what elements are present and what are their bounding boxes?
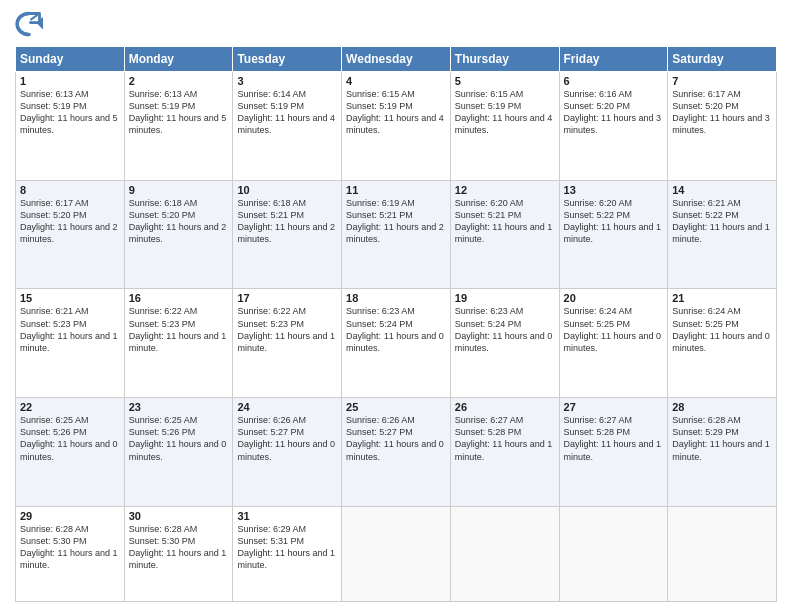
- day-number: 29: [20, 510, 120, 522]
- day-number: 4: [346, 75, 446, 87]
- day-info: Sunrise: 6:19 AM Sunset: 5:21 PM Dayligh…: [346, 197, 446, 246]
- day-info: Sunrise: 6:22 AM Sunset: 5:23 PM Dayligh…: [129, 305, 229, 354]
- day-info: Sunrise: 6:20 AM Sunset: 5:21 PM Dayligh…: [455, 197, 555, 246]
- day-number: 23: [129, 401, 229, 413]
- calendar-cell: 24 Sunrise: 6:26 AM Sunset: 5:27 PM Dayl…: [233, 398, 342, 507]
- day-number: 12: [455, 184, 555, 196]
- day-info: Sunrise: 6:17 AM Sunset: 5:20 PM Dayligh…: [20, 197, 120, 246]
- calendar-cell: 27 Sunrise: 6:27 AM Sunset: 5:28 PM Dayl…: [559, 398, 668, 507]
- calendar-header-friday: Friday: [559, 47, 668, 72]
- calendar-cell: 26 Sunrise: 6:27 AM Sunset: 5:28 PM Dayl…: [450, 398, 559, 507]
- day-number: 21: [672, 292, 772, 304]
- day-info: Sunrise: 6:24 AM Sunset: 5:25 PM Dayligh…: [564, 305, 664, 354]
- calendar-cell: 1 Sunrise: 6:13 AM Sunset: 5:19 PM Dayli…: [16, 72, 125, 181]
- calendar-cell: 20 Sunrise: 6:24 AM Sunset: 5:25 PM Dayl…: [559, 289, 668, 398]
- calendar-cell: 7 Sunrise: 6:17 AM Sunset: 5:20 PM Dayli…: [668, 72, 777, 181]
- day-info: Sunrise: 6:21 AM Sunset: 5:23 PM Dayligh…: [20, 305, 120, 354]
- day-info: Sunrise: 6:27 AM Sunset: 5:28 PM Dayligh…: [564, 414, 664, 463]
- calendar-table: SundayMondayTuesdayWednesdayThursdayFrid…: [15, 46, 777, 602]
- day-info: Sunrise: 6:28 AM Sunset: 5:29 PM Dayligh…: [672, 414, 772, 463]
- calendar-week-3: 15 Sunrise: 6:21 AM Sunset: 5:23 PM Dayl…: [16, 289, 777, 398]
- calendar-week-2: 8 Sunrise: 6:17 AM Sunset: 5:20 PM Dayli…: [16, 180, 777, 289]
- day-info: Sunrise: 6:24 AM Sunset: 5:25 PM Dayligh…: [672, 305, 772, 354]
- day-number: 8: [20, 184, 120, 196]
- calendar-cell: 6 Sunrise: 6:16 AM Sunset: 5:20 PM Dayli…: [559, 72, 668, 181]
- day-info: Sunrise: 6:14 AM Sunset: 5:19 PM Dayligh…: [237, 88, 337, 137]
- day-info: Sunrise: 6:25 AM Sunset: 5:26 PM Dayligh…: [20, 414, 120, 463]
- calendar-cell: [450, 506, 559, 601]
- day-number: 24: [237, 401, 337, 413]
- day-number: 28: [672, 401, 772, 413]
- logo-icon: [15, 10, 43, 38]
- day-info: Sunrise: 6:23 AM Sunset: 5:24 PM Dayligh…: [346, 305, 446, 354]
- day-number: 11: [346, 184, 446, 196]
- day-number: 26: [455, 401, 555, 413]
- calendar-cell: 14 Sunrise: 6:21 AM Sunset: 5:22 PM Dayl…: [668, 180, 777, 289]
- logo: [15, 10, 47, 38]
- day-info: Sunrise: 6:27 AM Sunset: 5:28 PM Dayligh…: [455, 414, 555, 463]
- calendar-cell: 8 Sunrise: 6:17 AM Sunset: 5:20 PM Dayli…: [16, 180, 125, 289]
- calendar-header-saturday: Saturday: [668, 47, 777, 72]
- day-number: 14: [672, 184, 772, 196]
- day-info: Sunrise: 6:18 AM Sunset: 5:20 PM Dayligh…: [129, 197, 229, 246]
- day-info: Sunrise: 6:22 AM Sunset: 5:23 PM Dayligh…: [237, 305, 337, 354]
- calendar-cell: 12 Sunrise: 6:20 AM Sunset: 5:21 PM Dayl…: [450, 180, 559, 289]
- day-info: Sunrise: 6:13 AM Sunset: 5:19 PM Dayligh…: [129, 88, 229, 137]
- day-number: 15: [20, 292, 120, 304]
- day-number: 19: [455, 292, 555, 304]
- calendar-cell: [559, 506, 668, 601]
- day-number: 6: [564, 75, 664, 87]
- day-info: Sunrise: 6:25 AM Sunset: 5:26 PM Dayligh…: [129, 414, 229, 463]
- calendar-cell: [342, 506, 451, 601]
- day-info: Sunrise: 6:20 AM Sunset: 5:22 PM Dayligh…: [564, 197, 664, 246]
- day-number: 30: [129, 510, 229, 522]
- calendar-cell: 25 Sunrise: 6:26 AM Sunset: 5:27 PM Dayl…: [342, 398, 451, 507]
- calendar-cell: 31 Sunrise: 6:29 AM Sunset: 5:31 PM Dayl…: [233, 506, 342, 601]
- day-number: 17: [237, 292, 337, 304]
- day-number: 16: [129, 292, 229, 304]
- header: [15, 10, 777, 38]
- calendar-week-4: 22 Sunrise: 6:25 AM Sunset: 5:26 PM Dayl…: [16, 398, 777, 507]
- calendar-cell: [668, 506, 777, 601]
- day-number: 1: [20, 75, 120, 87]
- calendar-cell: 11 Sunrise: 6:19 AM Sunset: 5:21 PM Dayl…: [342, 180, 451, 289]
- day-info: Sunrise: 6:26 AM Sunset: 5:27 PM Dayligh…: [237, 414, 337, 463]
- calendar-cell: 9 Sunrise: 6:18 AM Sunset: 5:20 PM Dayli…: [124, 180, 233, 289]
- calendar-header-thursday: Thursday: [450, 47, 559, 72]
- calendar-cell: 2 Sunrise: 6:13 AM Sunset: 5:19 PM Dayli…: [124, 72, 233, 181]
- calendar-cell: 23 Sunrise: 6:25 AM Sunset: 5:26 PM Dayl…: [124, 398, 233, 507]
- calendar-cell: 21 Sunrise: 6:24 AM Sunset: 5:25 PM Dayl…: [668, 289, 777, 398]
- page: SundayMondayTuesdayWednesdayThursdayFrid…: [0, 0, 792, 612]
- day-info: Sunrise: 6:26 AM Sunset: 5:27 PM Dayligh…: [346, 414, 446, 463]
- calendar-cell: 29 Sunrise: 6:28 AM Sunset: 5:30 PM Dayl…: [16, 506, 125, 601]
- calendar-cell: 22 Sunrise: 6:25 AM Sunset: 5:26 PM Dayl…: [16, 398, 125, 507]
- day-number: 20: [564, 292, 664, 304]
- day-number: 22: [20, 401, 120, 413]
- calendar-header-wednesday: Wednesday: [342, 47, 451, 72]
- day-number: 3: [237, 75, 337, 87]
- day-number: 9: [129, 184, 229, 196]
- day-info: Sunrise: 6:18 AM Sunset: 5:21 PM Dayligh…: [237, 197, 337, 246]
- calendar-cell: 10 Sunrise: 6:18 AM Sunset: 5:21 PM Dayl…: [233, 180, 342, 289]
- day-info: Sunrise: 6:17 AM Sunset: 5:20 PM Dayligh…: [672, 88, 772, 137]
- day-number: 7: [672, 75, 772, 87]
- day-info: Sunrise: 6:28 AM Sunset: 5:30 PM Dayligh…: [129, 523, 229, 572]
- calendar-header-monday: Monday: [124, 47, 233, 72]
- calendar-cell: 18 Sunrise: 6:23 AM Sunset: 5:24 PM Dayl…: [342, 289, 451, 398]
- calendar-cell: 16 Sunrise: 6:22 AM Sunset: 5:23 PM Dayl…: [124, 289, 233, 398]
- day-number: 27: [564, 401, 664, 413]
- calendar-cell: 28 Sunrise: 6:28 AM Sunset: 5:29 PM Dayl…: [668, 398, 777, 507]
- calendar-header-sunday: Sunday: [16, 47, 125, 72]
- day-info: Sunrise: 6:15 AM Sunset: 5:19 PM Dayligh…: [346, 88, 446, 137]
- day-info: Sunrise: 6:28 AM Sunset: 5:30 PM Dayligh…: [20, 523, 120, 572]
- day-number: 10: [237, 184, 337, 196]
- calendar-week-1: 1 Sunrise: 6:13 AM Sunset: 5:19 PM Dayli…: [16, 72, 777, 181]
- calendar-cell: 30 Sunrise: 6:28 AM Sunset: 5:30 PM Dayl…: [124, 506, 233, 601]
- calendar-cell: 5 Sunrise: 6:15 AM Sunset: 5:19 PM Dayli…: [450, 72, 559, 181]
- calendar-cell: 4 Sunrise: 6:15 AM Sunset: 5:19 PM Dayli…: [342, 72, 451, 181]
- day-info: Sunrise: 6:29 AM Sunset: 5:31 PM Dayligh…: [237, 523, 337, 572]
- day-number: 31: [237, 510, 337, 522]
- calendar-cell: 15 Sunrise: 6:21 AM Sunset: 5:23 PM Dayl…: [16, 289, 125, 398]
- day-info: Sunrise: 6:16 AM Sunset: 5:20 PM Dayligh…: [564, 88, 664, 137]
- day-info: Sunrise: 6:13 AM Sunset: 5:19 PM Dayligh…: [20, 88, 120, 137]
